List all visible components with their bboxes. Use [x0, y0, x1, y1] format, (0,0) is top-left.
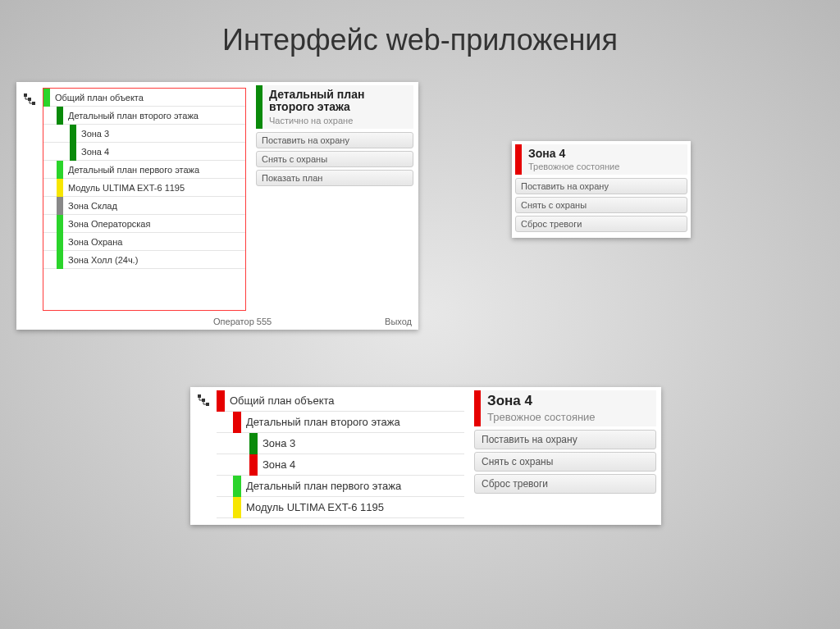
tree-item-label: Детальный план второго этажа — [241, 416, 400, 428]
detail-header-2: Зона 4 Тревожное состояние — [515, 144, 687, 175]
status-color-bar — [233, 476, 241, 497]
detail-subtitle-3: Тревожное состояние — [487, 411, 651, 423]
status-color-bar — [57, 197, 63, 215]
tree-item-label: Зона 4 — [76, 147, 109, 157]
tree-item[interactable]: Зона Операторская — [43, 215, 245, 233]
tree-item-label: Общий план объекта — [50, 93, 144, 103]
action-button[interactable]: Показать план — [256, 170, 413, 186]
status-color-bar — [57, 179, 63, 197]
tree-item-label: Зона Операторская — [63, 219, 150, 229]
status-color-bar — [249, 454, 258, 476]
status-color-bar — [57, 161, 63, 179]
action-button[interactable]: Сброс тревоги — [515, 216, 687, 232]
tree-item-label: Детальный план первого этажа — [241, 480, 401, 492]
detail-subtitle-1: Частично на охране — [269, 116, 409, 125]
tree-item-label: Зона Холл (24ч.) — [63, 255, 138, 265]
status-color-bar — [217, 390, 225, 412]
status-color-bar — [233, 412, 241, 433]
detail-header-3: Зона 4 Тревожное состояние — [474, 390, 656, 426]
detail-panel-3: Зона 4 Тревожное состояние Поставить на … — [474, 390, 656, 496]
status-color-bar — [70, 125, 76, 143]
status-color-bar — [57, 215, 63, 233]
tree-item-label: Детальный план первого этажа — [63, 165, 199, 175]
tree-item[interactable]: Общий план объекта — [217, 390, 464, 412]
tree-item-label: Зона 3 — [76, 129, 109, 139]
panel-tree-detail-3: Общий план объектаДетальный план второго… — [190, 387, 661, 525]
svg-rect-3 — [198, 394, 201, 398]
hierarchy-icon — [23, 93, 36, 106]
tree-item[interactable]: Зона Охрана — [43, 233, 245, 251]
status-color-bar — [57, 107, 63, 125]
status-color-bar — [57, 251, 63, 269]
tree-item-label: Зона Охрана — [63, 237, 122, 247]
status-color-bar — [233, 497, 241, 518]
action-button[interactable]: Снять с охраны — [515, 197, 687, 213]
tree-list-1: Общий план объектаДетальный план второго… — [43, 89, 245, 269]
action-button[interactable]: Поставить на охрану — [474, 430, 656, 449]
action-button[interactable]: Поставить на охрану — [515, 178, 687, 194]
tree-item[interactable]: Детальный план второго этажа — [217, 412, 464, 433]
tree-item-label: Зона Склад — [63, 201, 117, 211]
tree-selection-box: Общий план объектаДетальный план второго… — [43, 88, 246, 311]
svg-rect-0 — [24, 93, 27, 97]
tree-item[interactable]: Зона Холл (24ч.) — [43, 251, 245, 269]
tree-item[interactable]: Зона 4 — [43, 143, 245, 161]
tree-list-3: Общий план объектаДетальный план второго… — [217, 390, 464, 518]
tree-item-label: Общий план объекта — [225, 394, 335, 407]
status-color-bar — [249, 433, 258, 454]
status-color-bar — [43, 89, 50, 107]
tree-item[interactable]: Модуль ULTIMA EXT-6 1195 — [43, 179, 245, 197]
panel-tree-detail-1: Общий план объектаДетальный план второго… — [16, 82, 418, 330]
tree-wrap-1: Общий план объектаДетальный план второго… — [20, 86, 248, 309]
status-color-bar — [70, 143, 76, 161]
svg-rect-2 — [32, 102, 35, 105]
tree-item-label: Зона 3 — [258, 437, 295, 449]
hierarchy-icon — [197, 394, 210, 407]
action-button[interactable]: Поставить на охрану — [256, 132, 413, 148]
tree-item[interactable]: Детальный план первого этажа — [43, 161, 245, 179]
tree-item[interactable]: Зона 3 — [43, 125, 245, 143]
detail-title-3: Зона 4 — [487, 394, 651, 409]
tree-item[interactable]: Зона 4 — [217, 454, 464, 476]
svg-rect-1 — [28, 98, 31, 101]
detail-panel-1: Детальный план второго этажа Частично на… — [256, 85, 413, 189]
action-button[interactable]: Снять с охраны — [256, 151, 413, 167]
operator-label: Оператор 555 — [213, 317, 272, 326]
tree-item-label: Модуль ULTIMA EXT-6 1195 — [241, 501, 384, 513]
tree-item[interactable]: Детальный план первого этажа — [217, 476, 464, 497]
tree-item[interactable]: Общий план объекта — [43, 89, 245, 107]
tree-item[interactable]: Детальный план второго этажа — [43, 107, 245, 125]
tree-item-label: Модуль ULTIMA EXT-6 1195 — [63, 183, 185, 193]
tree-item-label: Детальный план второго этажа — [63, 111, 199, 121]
svg-rect-5 — [206, 403, 209, 406]
action-button[interactable]: Сброс тревоги — [474, 474, 656, 494]
slide-title: Интерфейс web-приложения — [0, 0, 840, 57]
status-color-bar — [57, 233, 63, 251]
tree-item[interactable]: Зона Склад — [43, 197, 245, 215]
tree-item-label: Зона 4 — [258, 458, 295, 471]
detail-subtitle-2: Тревожное состояние — [528, 162, 682, 171]
detail-title-2: Зона 4 — [528, 148, 682, 160]
tree-item[interactable]: Зона 3 — [217, 433, 464, 454]
svg-rect-4 — [202, 399, 205, 402]
tree-item[interactable]: Модуль ULTIMA EXT-6 1195 — [217, 497, 464, 518]
action-button[interactable]: Снять с охраны — [474, 452, 656, 472]
detail-header-1: Детальный план второго этажа Частично на… — [256, 85, 413, 129]
exit-link[interactable]: Выход — [385, 317, 412, 326]
detail-title-1: Детальный план второго этажа — [269, 89, 409, 114]
panel-zone4-alarm: Зона 4 Тревожное состояние Поставить на … — [512, 141, 691, 238]
